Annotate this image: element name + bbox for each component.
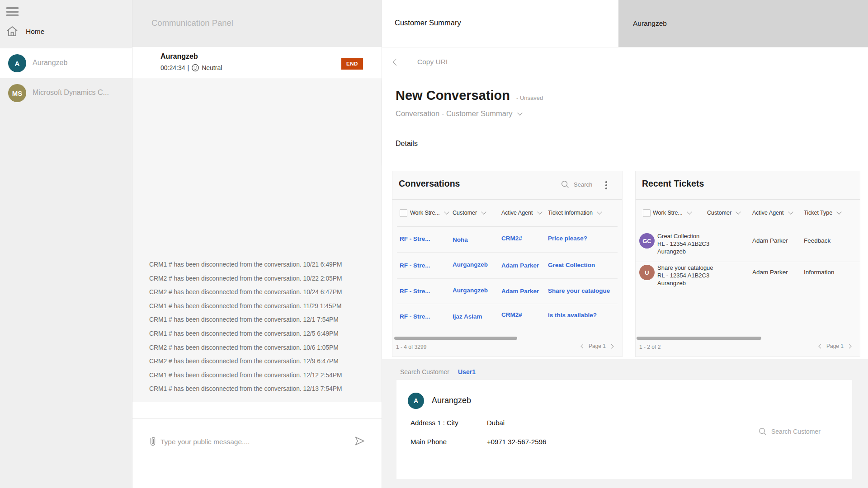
conversation-link-customer[interactable]: Ijaz Aslam <box>453 313 482 320</box>
chevron-down-icon <box>788 209 793 214</box>
send-message-icon[interactable] <box>353 435 366 447</box>
tab-label: Customer Summary <box>395 19 461 27</box>
system-message: CRM2 # has been disconnected from the co… <box>149 355 377 369</box>
sidebar-item-label: Microsoft Dynamics C... <box>33 89 109 97</box>
column-header-customer[interactable]: Customer <box>707 210 740 216</box>
system-message: CRM2 # has been disconnected from the co… <box>149 286 377 300</box>
conversation-link-customer[interactable]: Noha <box>453 236 468 243</box>
sidebar-item-microsoft-dynamics[interactable]: MS Microsoft Dynamics C... <box>0 78 132 108</box>
conversation-link-customer[interactable]: Aurgangzeb <box>453 287 488 294</box>
sidebar: Home A Aurangzeb MS Microsoft Dynamics C… <box>0 0 132 488</box>
column-header-work-stream[interactable]: Work Stre... <box>410 210 448 216</box>
card-divider <box>392 199 622 200</box>
tab-details[interactable]: Details <box>396 140 418 148</box>
home-icon <box>6 25 19 37</box>
chevron-down-icon <box>597 209 602 214</box>
select-all-checkbox[interactable] <box>400 209 407 217</box>
more-options-icon[interactable] <box>604 180 609 191</box>
conversation-link-work-stream[interactable]: RF - Stre... <box>400 262 430 269</box>
conversation-link-ticket-information[interactable]: Great Collection <box>548 262 595 268</box>
sidebar-item-home[interactable]: Home <box>0 22 132 42</box>
conversation-link-customer[interactable]: Aurgangzeb <box>453 261 488 268</box>
column-header-active-agent[interactable]: Active Agent <box>752 210 793 216</box>
conversation-link-work-stream[interactable]: RF - Stre... <box>400 313 430 320</box>
communication-panel-title: Communication Panel <box>151 18 233 28</box>
conversation-link-ticket-information[interactable]: is this available? <box>548 312 597 319</box>
hamburger-menu-icon[interactable] <box>6 7 19 18</box>
customer-card: A Aurangzeb Address 1 : City Dubai Main … <box>396 380 852 479</box>
horizontal-scrollbar[interactable] <box>637 337 761 340</box>
ticket-customer: Aurangzeb <box>657 248 686 255</box>
previous-page-icon[interactable] <box>581 344 585 348</box>
conversations-card-title: Conversations <box>399 178 460 189</box>
form-selector-dropdown[interactable]: Conversation - Customer Summary <box>396 109 522 118</box>
ticket-customer: Aurangzeb <box>657 279 686 287</box>
column-header-customer[interactable]: Customer <box>453 210 486 216</box>
page-toolbar: Copy URL <box>382 47 868 77</box>
chevron-down-icon <box>537 209 542 214</box>
ticket-type: Feedback <box>804 237 830 244</box>
main-pane: Customer Summary Aurangzeb Copy URL New … <box>382 0 868 488</box>
attach-file-icon[interactable] <box>148 436 158 447</box>
previous-page-icon[interactable] <box>819 344 823 348</box>
conversation-link-ticket-information[interactable]: Price please? <box>548 235 587 242</box>
next-page-icon[interactable] <box>847 344 852 348</box>
column-header-ticket-information[interactable]: Ticket Information <box>548 210 601 216</box>
conversation-customer-name: Aurangzeb <box>160 52 198 61</box>
system-message: CRM1 # has been disconnected from the co… <box>149 369 377 383</box>
search-icon <box>758 427 767 436</box>
record-count: 1 - 4 of 3299 <box>396 344 426 350</box>
ticket-type: Information <box>804 269 835 276</box>
tab-user1[interactable]: User1 <box>458 368 476 375</box>
horizontal-scrollbar[interactable] <box>394 337 517 340</box>
copy-url-button[interactable]: Copy URL <box>417 58 450 66</box>
conversation-link-active-agent[interactable]: Adam Parker <box>501 288 539 295</box>
back-icon[interactable] <box>391 57 401 67</box>
tab-search-customer[interactable]: Search Customer <box>400 368 449 375</box>
customer-section: Search Customer User1 A Aurangzeb Addres… <box>382 359 868 488</box>
row-divider <box>397 304 618 304</box>
recent-tickets-card: Recent Tickets Work Stre... Customer Act… <box>635 171 860 357</box>
toolbar-divider <box>408 52 408 73</box>
communication-panel: Communication Panel Aurangzeb 00:24:34 |… <box>132 0 382 488</box>
field-label-address-city: Address 1 : City <box>410 419 458 427</box>
chevron-down-icon <box>837 209 842 214</box>
conversation-link-work-stream[interactable]: RF - Stre... <box>400 288 430 295</box>
next-page-icon[interactable] <box>609 344 614 348</box>
tab-customer-summary[interactable]: Customer Summary <box>382 0 618 47</box>
select-all-checkbox[interactable] <box>643 209 651 217</box>
conversation-link-active-agent[interactable]: CRM2# <box>501 311 522 318</box>
customer-avatar: A <box>408 393 424 409</box>
system-message-list: CRM1 # has been disconnected from the co… <box>149 258 377 396</box>
column-header-work-stream[interactable]: Work Stre... <box>653 210 691 216</box>
column-header-ticket-type[interactable]: Ticket Type <box>804 210 841 216</box>
home-label: Home <box>26 28 44 36</box>
conversations-search-button[interactable]: Search <box>561 180 592 189</box>
system-message: CRM1 # has been disconnected from the co… <box>149 258 377 272</box>
field-value-main-phone[interactable]: +0971 32-567-2596 <box>487 438 546 446</box>
conversation-link-work-stream[interactable]: RF - Stre... <box>400 235 430 242</box>
search-customer-input[interactable]: Search Customer <box>758 427 821 436</box>
pagination: Page 1 <box>581 343 613 349</box>
page-title: New Conversation <box>396 88 510 103</box>
record-count: 1 - 2 of 2 <box>639 344 660 350</box>
table-divider <box>397 226 618 227</box>
ticket-reference: RL - 12354 A1B2C3 <box>657 240 709 248</box>
sidebar-item-aurangzeb[interactable]: A Aurangzeb <box>0 48 132 78</box>
conversation-meta: 00:24:34 | Neutral <box>160 64 222 72</box>
row-divider <box>636 262 860 262</box>
row-divider <box>397 278 618 279</box>
chevron-down-icon <box>517 110 522 115</box>
field-value-address-city[interactable]: Dubai <box>487 419 505 427</box>
search-label: Search <box>574 181 592 188</box>
conversation-link-active-agent[interactable]: CRM2# <box>501 235 522 242</box>
tab-aurangzeb[interactable]: Aurangzeb <box>618 0 868 47</box>
conversation-link-active-agent[interactable]: Adam Parker <box>501 262 539 269</box>
conversation-link-ticket-information[interactable]: Share your catalogue <box>548 287 610 294</box>
column-header-active-agent[interactable]: Active Agent <box>501 210 542 216</box>
message-input[interactable]: Type your public message.... <box>160 438 332 446</box>
ticket-title: Share your catalogue <box>657 264 713 272</box>
sidebar-item-label: Aurangzeb <box>33 59 67 67</box>
end-conversation-button[interactable]: END <box>341 58 363 70</box>
page-label: Page 1 <box>826 343 844 349</box>
